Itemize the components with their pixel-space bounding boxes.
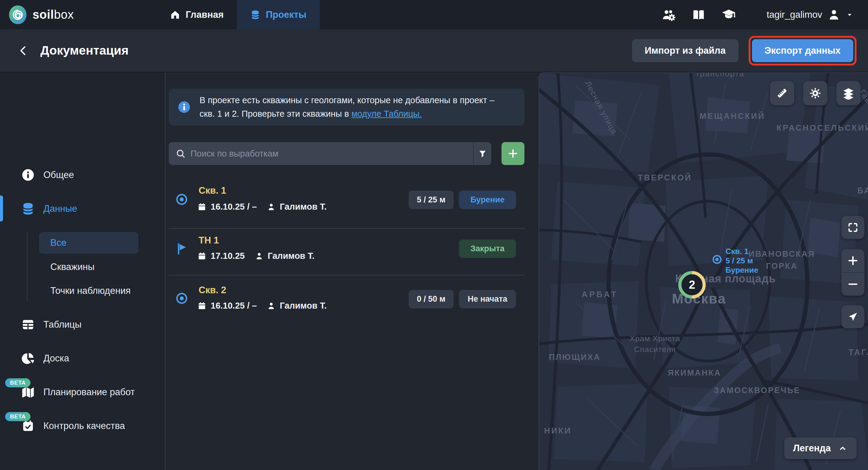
sidebar-item-board[interactable]: Доска xyxy=(21,348,69,368)
sidebar-subitem-observation-points-label: Точки наблюдения xyxy=(50,285,131,296)
zoom-out-button[interactable] xyxy=(841,273,864,296)
sidebar-subitem-observation-points[interactable]: Точки наблюдения xyxy=(50,284,131,297)
sidebar-item-quality-control[interactable]: Контроль качества xyxy=(21,416,125,436)
map-settings-button[interactable] xyxy=(803,81,827,105)
map-panel[interactable]: транспорта Лесная улица МЕЩАНСКИЙ Гав КР… xyxy=(538,72,868,470)
map-label: Храм Христа xyxy=(629,334,680,343)
tab-projects[interactable]: Проекты xyxy=(237,0,320,29)
status-badge: Закрыта xyxy=(459,239,516,258)
map-label: ПЛЮЩИХА xyxy=(549,353,601,362)
project-notice-banner: В проекте есть скважины с геологами, кот… xyxy=(169,89,524,125)
brand[interactable]: soilbox xyxy=(9,5,99,24)
marker-status: Бурение xyxy=(725,265,758,275)
locate-button[interactable] xyxy=(841,305,864,328)
top-navbar: soilbox Главная Проекты xyxy=(0,0,868,29)
import-from-file-button[interactable]: Импорт из файла xyxy=(632,39,738,62)
book-icon[interactable] xyxy=(692,8,705,22)
tab-home[interactable]: Главная xyxy=(157,0,237,29)
export-highlight-annotation: Экспорт данных xyxy=(749,36,857,65)
tables-module-link[interactable]: модуле Таблицы. xyxy=(351,109,422,119)
fullscreen-icon xyxy=(847,222,859,233)
users-settings-icon[interactable] xyxy=(662,8,676,22)
map-label: БАС xyxy=(858,186,868,196)
sidebar-item-tables-label: Таблицы xyxy=(43,319,82,330)
tab-projects-label: Проекты xyxy=(266,9,307,20)
search-input[interactable] xyxy=(190,149,473,159)
map-label: Спасителя xyxy=(634,345,676,354)
sidebar-item-general[interactable]: Общее xyxy=(21,165,74,185)
map-label: ЗАМОСКВОРЕЧЬЕ xyxy=(714,386,800,395)
info-icon xyxy=(177,100,191,114)
table-icon xyxy=(21,318,35,331)
calendar-icon xyxy=(197,301,207,311)
person-icon xyxy=(267,203,276,211)
navigation-arrow-icon xyxy=(847,311,858,322)
brand-name: soilbox xyxy=(33,8,74,22)
sidebar: Общее Данные Все Скважины Точки наблюден… xyxy=(0,72,165,470)
working-meta: 16.10.25 / – Галимов Т. xyxy=(197,301,327,311)
sidebar-subitem-wells[interactable]: Скважины xyxy=(50,260,95,274)
back-button[interactable] xyxy=(18,45,30,57)
avatar-icon xyxy=(828,8,840,21)
map-label: ГОРКА xyxy=(766,262,798,271)
measure-button[interactable] xyxy=(770,81,794,105)
sidebar-item-data[interactable]: Данные xyxy=(21,199,77,219)
map-label: ТАГАН xyxy=(849,348,868,357)
sidebar-subitem-all-label: Все xyxy=(50,237,66,248)
beta-badge: BETA xyxy=(5,412,30,421)
info-icon xyxy=(21,168,35,182)
working-title[interactable]: Скв. 1 xyxy=(198,185,226,196)
depth-badge: 5 / 25 м xyxy=(409,190,454,209)
filter-button[interactable] xyxy=(473,142,491,165)
workings-panel: В проекте есть скважины с геологами, кот… xyxy=(166,72,538,470)
borehole-icon xyxy=(175,292,188,305)
sidebar-item-work-planning[interactable]: Планирование работ xyxy=(21,382,135,402)
person-icon xyxy=(255,252,264,260)
legend-button[interactable]: Легенда xyxy=(784,437,857,459)
beta-badge: BETA xyxy=(5,378,30,387)
ruler-icon xyxy=(776,87,788,99)
search-bar xyxy=(169,142,491,165)
layers-button[interactable] xyxy=(836,81,861,105)
database-icon xyxy=(250,10,260,20)
working-date: 16.10.25 / – xyxy=(211,301,257,311)
sidebar-subitem-wells-label: Скважины xyxy=(50,262,95,272)
working-title[interactable]: Скв. 2 xyxy=(198,285,226,296)
search-icon xyxy=(176,148,186,159)
tab-home-label: Главная xyxy=(186,9,224,20)
gear-icon xyxy=(809,87,822,99)
sidebar-active-indicator xyxy=(0,196,3,222)
graduation-cap-icon[interactable] xyxy=(721,7,736,22)
zoom-controls xyxy=(841,249,864,296)
sidebar-item-tables[interactable]: Таблицы xyxy=(21,315,82,334)
username-label: tagir_galimov xyxy=(767,9,822,20)
fullscreen-button[interactable] xyxy=(841,216,864,239)
working-author: Галимов Т. xyxy=(268,251,315,261)
zoom-in-button[interactable] xyxy=(841,249,864,272)
export-data-button[interactable]: Экспорт данных xyxy=(752,39,853,62)
borehole-map-marker[interactable] xyxy=(712,254,722,265)
working-date: 17.10.25 xyxy=(211,251,245,261)
working-title[interactable]: ТН 1 xyxy=(198,235,219,246)
map-label: МЕЩАНСКИЙ xyxy=(700,112,765,121)
cluster-marker[interactable]: 2 xyxy=(678,271,706,299)
working-author: Галимов Т. xyxy=(280,202,327,212)
plus-icon xyxy=(507,148,518,159)
sidebar-subitem-all[interactable]: Все xyxy=(39,232,138,254)
notice-text: В проекте есть скважины с геологами, кот… xyxy=(199,93,494,121)
layers-icon xyxy=(842,87,855,99)
minus-icon xyxy=(847,278,859,290)
soilbox-logo-icon xyxy=(9,5,27,24)
sidebar-item-quality-control-label: Контроль качества xyxy=(43,420,125,431)
sidebar-subtree-line xyxy=(27,232,27,301)
main-nav-tabs: Главная Проекты xyxy=(157,0,320,29)
row-divider xyxy=(169,228,525,229)
user-menu[interactable]: tagir_galimov xyxy=(767,8,854,21)
database-icon xyxy=(21,202,35,216)
person-icon xyxy=(267,302,276,310)
map-label: транспорта xyxy=(695,72,744,79)
home-icon xyxy=(170,10,180,20)
row-divider xyxy=(169,275,525,275)
add-working-button[interactable] xyxy=(501,142,524,165)
map-label: ЯКИМАНКА xyxy=(668,368,721,378)
